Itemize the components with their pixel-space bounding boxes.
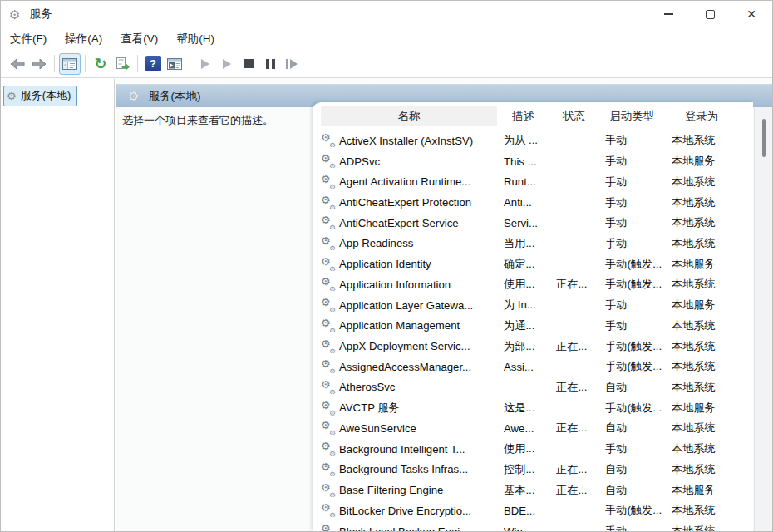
service-status: 正在...	[549, 339, 598, 354]
service-logon-as: 本地系统	[665, 236, 738, 251]
table-row[interactable]: ADPSvc This ... 手动 本地服务	[313, 151, 753, 172]
maximize-button[interactable]	[689, 1, 731, 27]
toolbar-separator	[190, 55, 190, 72]
service-name-cell: AntiCheatExpert Service	[321, 216, 497, 229]
service-startup-type: 手动	[598, 215, 665, 230]
table-row[interactable]: Background Tasks Infras... 控制... 正在... 自…	[313, 460, 753, 480]
toolbar: ↻ ?	[1, 50, 772, 78]
vertical-scrollbar[interactable]	[754, 107, 772, 531]
tree-item-services-local[interactable]: ⚙ 服务(本地)	[3, 86, 77, 106]
start-icon	[201, 59, 209, 69]
restart-icon	[286, 59, 298, 69]
table-row[interactable]: AweSunService Awe... 正在... 自动 本地系统	[313, 418, 753, 439]
service-logon-as: 本地系统	[665, 215, 738, 230]
table-row[interactable]: Background Intelligent T... 使用... 手动 本地系…	[313, 439, 753, 460]
minimize-button[interactable]	[647, 1, 689, 27]
column-header-logon-as[interactable]: 登录为	[665, 109, 738, 124]
restart-service-button[interactable]	[281, 53, 303, 75]
menu-view[interactable]: 查看(V)	[111, 30, 167, 48]
service-gear-icon	[321, 319, 334, 332]
service-startup-type: 自动	[598, 462, 665, 477]
table-row[interactable]: AntiCheatExpert Service Servi... 手动 本地系统	[313, 213, 753, 234]
service-logon-as: 本地系统	[665, 277, 738, 292]
service-logon-as: 本地系统	[665, 339, 738, 354]
show-hide-console-tree-button[interactable]	[59, 53, 81, 75]
refresh-button[interactable]: ↻	[90, 53, 111, 75]
service-name: AppX Deployment Servic...	[339, 340, 470, 352]
table-row[interactable]: Application Identity 确定... 手动(触发... 本地服务	[313, 254, 753, 274]
table-row[interactable]: AntiCheatExpert Protection Anti... 手动 本地…	[313, 192, 753, 213]
service-gear-icon	[321, 442, 334, 456]
table-row[interactable]: BitLocker Drive Encryptio... BDE... 手动(触…	[313, 500, 753, 521]
service-description: 为从 ...	[497, 133, 549, 148]
service-logon-as: 本地系统	[665, 503, 738, 518]
close-button[interactable]	[731, 1, 772, 27]
back-button[interactable]	[7, 53, 28, 75]
table-row[interactable]: AtherosSvc 正在... 自动 本地系统	[313, 377, 753, 398]
service-name-cell: ADPSvc	[321, 155, 497, 168]
service-description: Awe...	[497, 422, 549, 435]
service-startup-type: 自动	[598, 483, 665, 498]
service-startup-type: 手动	[598, 175, 665, 190]
help-button[interactable]: ?	[142, 53, 164, 75]
menu-file[interactable]: 文件(F)	[8, 30, 56, 48]
table-row[interactable]: AppX Deployment Servic... 为部... 正在... 手动…	[313, 336, 753, 357]
forward-button[interactable]	[28, 53, 50, 75]
table-row[interactable]: Base Filtering Engine 基本... 正在... 自动 本地服…	[313, 480, 753, 500]
console-tree-icon	[62, 58, 77, 70]
service-startup-type: 手动	[598, 236, 665, 251]
toolbar-separator	[54, 55, 55, 72]
resume-icon	[223, 59, 231, 69]
service-gear-icon	[321, 401, 334, 415]
service-startup-type: 手动	[598, 441, 665, 456]
table-row[interactable]: Block Level Backup Engi... Win... 手动 本地系…	[313, 521, 753, 531]
service-name-cell: Agent Activation Runtime...	[321, 175, 497, 189]
table-row[interactable]: App Readiness 当用... 手动 本地系统	[313, 234, 753, 254]
table-row[interactable]: AVCTP 服务 这是... 手动(触发... 本地服务	[313, 397, 753, 418]
column-header-description[interactable]: 描述	[497, 109, 549, 124]
service-logon-as: 本地系统	[665, 318, 738, 333]
service-startup-type: 手动(触发...	[598, 401, 665, 416]
column-header-name[interactable]: 名称	[321, 106, 497, 126]
service-startup-type: 自动	[598, 380, 665, 395]
service-name: Base Filtering Engine	[339, 484, 443, 496]
menu-action[interactable]: 操作(A)	[56, 30, 111, 48]
service-gear-icon	[321, 155, 334, 168]
resume-service-button[interactable]	[216, 53, 238, 75]
column-header-startup-type[interactable]: 启动类型	[598, 109, 665, 124]
table-row[interactable]: Application Layer Gatewa... 为 In... 手动 本…	[313, 295, 753, 316]
show-hide-action-pane-button[interactable]	[164, 53, 185, 75]
service-name: AntiCheatExpert Protection	[339, 196, 471, 209]
table-row[interactable]: AssignedAccessManager... Assi... 手动(触发..…	[313, 357, 753, 377]
service-name-cell: AtherosSvc	[321, 381, 497, 394]
service-description: 当用...	[497, 236, 549, 251]
service-description: Runt...	[497, 175, 549, 188]
export-list-button[interactable]	[111, 53, 133, 75]
service-logon-as: 本地服务	[665, 154, 738, 169]
pause-service-button[interactable]	[259, 53, 281, 75]
service-description: 控制...	[497, 462, 549, 477]
table-row[interactable]: Application Management 为通... 手动 本地系统	[313, 315, 753, 336]
service-description: 为 In...	[497, 298, 549, 313]
table-row[interactable]: Agent Activation Runtime... Runt... 手动 本…	[313, 171, 753, 192]
service-logon-as: 本地系统	[665, 441, 738, 456]
services-local-header-label: 服务(本地)	[148, 89, 200, 104]
table-row[interactable]: ActiveX Installer (AxInstSV) 为从 ... 手动 本…	[313, 131, 753, 151]
service-name-cell: BitLocker Drive Encryptio...	[321, 504, 497, 517]
stop-service-button[interactable]	[238, 53, 259, 75]
service-name-cell: Background Tasks Infras...	[321, 463, 497, 476]
service-gear-icon	[321, 134, 334, 147]
export-list-icon	[116, 57, 130, 71]
services-window: ⚙ 服务 文件(F) 操作(A) 查看(V) 帮助(H)	[0, 0, 773, 532]
service-list: 名称 描述 状态 启动类型 登录为 ActiveX Installer (AxI…	[313, 102, 753, 531]
service-logon-as: 本地系统	[665, 524, 738, 531]
table-row[interactable]: Application Information 使用... 正在... 手动(触…	[313, 274, 753, 295]
scrollbar-thumb[interactable]	[762, 119, 766, 157]
service-name-cell: Application Information	[321, 278, 497, 291]
console-tree-panel: ⚙ 服务(本地)	[1, 79, 115, 531]
start-service-button[interactable]	[194, 53, 216, 75]
menu-help[interactable]: 帮助(H)	[167, 30, 224, 48]
column-header-status[interactable]: 状态	[549, 109, 598, 124]
service-description: Win...	[497, 525, 549, 531]
service-name-cell: Application Identity	[321, 258, 497, 271]
